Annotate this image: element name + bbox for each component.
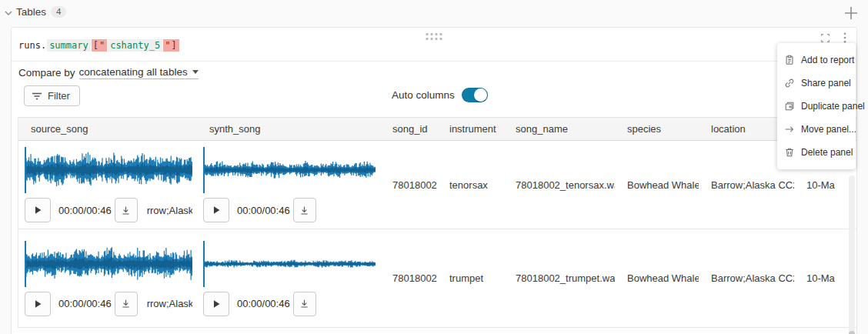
report-icon (784, 55, 795, 65)
column-header-synth-song[interactable]: synth_song (197, 118, 380, 140)
playback-cursor (25, 241, 26, 287)
chevron-down-icon[interactable] (4, 8, 13, 18)
audio-controls: 00:00/00:46 (203, 198, 376, 222)
kebab-icon (843, 32, 846, 43)
audio-time: 00:00/00:46 (58, 298, 112, 309)
panel-query[interactable]: runs.summary["cshanty_5"] (18, 39, 179, 52)
play-icon (32, 299, 43, 309)
column-header-song-id[interactable]: song_id (380, 118, 437, 140)
download-icon (299, 205, 309, 215)
download-icon (299, 299, 309, 309)
column-header-source-song[interactable]: source_song (18, 118, 197, 140)
menu-item-duplicate-panel[interactable]: Duplicate panel (777, 95, 856, 118)
waveform[interactable] (25, 147, 192, 193)
waveform-graphic (25, 241, 192, 287)
share-icon (784, 78, 795, 89)
menu-item-label: Move panel... (801, 124, 856, 135)
cell-instrument: tenorsax (437, 141, 503, 229)
column-header-song-name[interactable]: song_name (503, 118, 615, 140)
play-button[interactable] (25, 198, 51, 222)
menu-item-move-panel[interactable]: Move panel... (777, 118, 856, 141)
move-icon (784, 124, 795, 135)
menu-item-label: Add to report (801, 55, 854, 65)
scrollbar-thumb[interactable] (849, 331, 855, 334)
cell-location: Barrow;Alaska CC2A (699, 229, 794, 327)
filter-button[interactable]: Filter (24, 85, 80, 106)
section-title[interactable]: Tables (16, 6, 46, 18)
waveform[interactable] (203, 241, 376, 287)
trash-icon (784, 147, 795, 158)
play-icon (211, 205, 222, 215)
column-header-instrument[interactable]: instrument (437, 118, 503, 140)
audio-caption: rrow;Alaska CC (147, 205, 192, 216)
play-button[interactable] (25, 292, 51, 316)
waveform[interactable] (203, 147, 376, 193)
section-header: Tables 4 (0, 0, 868, 26)
audio-controls: 00:00/00:46 rrow;Alaska CC (25, 198, 192, 222)
audio-player-synth: 00:00/00:46 (197, 229, 380, 327)
tables-panel: runs.summary["cshanty_5"] Compare by con… (11, 27, 857, 334)
waveform-graphic (203, 147, 376, 193)
play-button[interactable] (203, 292, 229, 316)
table-scrollbar[interactable] (849, 175, 855, 334)
cell-species: Bowhead Whale (615, 141, 699, 229)
audio-controls: 00:00/00:46 rrow;Alaska CC (25, 292, 192, 316)
menu-item-label: Delete panel (801, 147, 853, 158)
caret-down-icon (192, 70, 199, 74)
cell-song-id: 78018002 (380, 229, 437, 327)
auto-columns-toggle[interactable] (462, 88, 488, 102)
playback-cursor (203, 147, 205, 193)
audio-player-source: 00:00/00:46 rrow;Alaska CC (18, 141, 197, 229)
menu-item-share-panel[interactable]: Share panel (777, 72, 856, 95)
download-button[interactable] (115, 292, 138, 316)
compare-dropdown[interactable]: concatenating all tables (79, 66, 199, 79)
download-button[interactable] (293, 292, 316, 316)
divider (12, 61, 856, 62)
audio-time: 00:00/00:46 (237, 298, 290, 309)
cell-song-name: 78018002_trumpet.wav (503, 229, 615, 327)
workspace-section: Tables 4 runs.summary["cshanty_5"] Compa… (0, 0, 868, 334)
audio-player-source: 00:00/00:46 rrow;Alaska CC (18, 229, 197, 327)
download-button[interactable] (115, 198, 138, 222)
waveform-graphic (25, 147, 192, 193)
table-header-row: source_song synth_song song_id instrumen… (18, 117, 856, 141)
drag-handle-icon[interactable] (426, 33, 442, 40)
audio-time: 00:00/00:46 (237, 205, 290, 216)
panel-context-menu: Add to report Share panel Duplicate pane… (777, 43, 856, 169)
waveform[interactable] (25, 241, 192, 287)
play-icon (211, 299, 222, 309)
play-icon (32, 205, 43, 215)
table-row: 00:00/00:46 rrow;Alaska CC 00:00/00:46 (18, 141, 856, 229)
query-string: cshanty_5 (108, 39, 162, 52)
table-row: 00:00/00:46 rrow;Alaska CC 00:00/00:46 (18, 229, 856, 328)
waveform-graphic (203, 241, 376, 287)
download-button[interactable] (293, 198, 316, 222)
compare-value: concatenating all tables (79, 66, 188, 78)
cell-species: Bowhead Whale (615, 229, 699, 327)
menu-item-label: Duplicate panel (801, 101, 865, 112)
duplicate-icon (784, 101, 795, 112)
panel-count-badge: 4 (51, 6, 66, 18)
query-open-bracket: [" (92, 39, 107, 52)
playback-cursor (203, 241, 205, 287)
filter-label: Filter (48, 90, 70, 102)
audio-time: 00:00/00:46 (58, 205, 112, 216)
column-header-species[interactable]: species (615, 118, 699, 140)
query-plain: runs. (18, 40, 46, 51)
cell-instrument: trumpet (437, 229, 503, 327)
play-button[interactable] (203, 198, 229, 222)
toggle-knob (474, 89, 487, 102)
add-panel-button[interactable] (842, 4, 860, 22)
menu-item-delete-panel[interactable]: Delete panel (777, 141, 856, 164)
menu-item-label: Share panel (801, 78, 851, 89)
audio-controls: 00:00/00:46 (203, 292, 376, 316)
cell-song-name: 78018002_tenorsax.wav (503, 141, 615, 229)
query-close-bracket: "] (163, 39, 179, 52)
data-table: source_song synth_song song_id instrumen… (18, 117, 856, 328)
plus-icon (842, 4, 860, 22)
fullscreen-icon (820, 33, 830, 43)
filter-icon (32, 92, 42, 101)
menu-item-add-to-report[interactable]: Add to report (777, 48, 856, 72)
compare-row: Compare by concatenating all tables (18, 66, 199, 79)
audio-player-synth: 00:00/00:46 (197, 141, 380, 229)
